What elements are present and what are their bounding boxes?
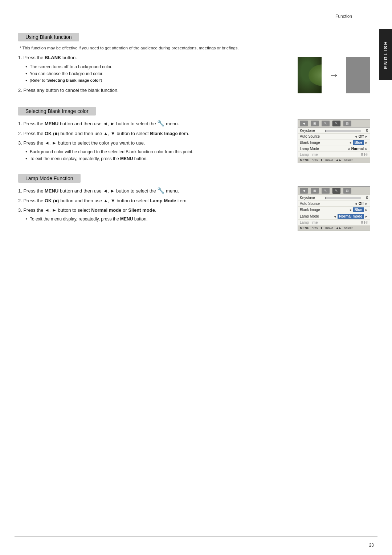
- blank-image-val: Blue: [353, 140, 364, 145]
- selecting-blank-content: 1. Press the MENU button and then use ◄,…: [18, 119, 370, 163]
- lamp-time-row: Lamp Time 0 Hr: [298, 152, 370, 158]
- english-label: ENGLISH: [383, 40, 388, 69]
- lamp-mode-section: Lamp Mode Function 1. Press the MENU but…: [18, 174, 370, 231]
- menu-move-icon: ⬍: [320, 158, 323, 162]
- lamp-time-val-2: 0 Hr: [361, 220, 368, 224]
- lamp-bullets: To exit the menu display, repeatedly, pr…: [25, 216, 290, 223]
- menu2-icon-4: ✎: [332, 188, 340, 194]
- menu-select-label-2: select: [344, 226, 353, 230]
- lamp-right-arrow-2: ►: [365, 215, 368, 218]
- blank-image-row: Blank Image ◄ Blue ►: [298, 139, 370, 146]
- lamp-step-3: 3. Press the ◄, ► button to select Norma…: [18, 207, 290, 214]
- keystone-val: 0: [361, 129, 368, 133]
- menu2-icon-5: ⊟: [343, 188, 351, 194]
- normal-mode-bold: Normal mode: [91, 207, 121, 213]
- auto-right-arrow-2: ►: [365, 202, 368, 206]
- blank-image-label-2: Blank Image: [300, 208, 348, 212]
- menu-key: MENU: [300, 158, 310, 162]
- auto-source-label-2: Auto Source: [300, 202, 354, 206]
- menu-footer-1: MENU prev ⬍ move ◄► select: [298, 158, 370, 163]
- blank-left-arrow: ◄: [348, 141, 352, 145]
- menu-key-2: MENU: [300, 226, 310, 230]
- menu-header-1: ◄ ⊞ ✎ ✎ ⊟: [298, 119, 370, 128]
- step-2: 2. Press any button to cancel the blank …: [18, 87, 290, 94]
- auto-right-arrow: ►: [365, 135, 368, 138]
- blank-image-bold: Blank Image: [150, 131, 178, 136]
- menu2-icon-2: ⊞: [311, 188, 319, 194]
- auto-left-arrow: ◄: [354, 135, 358, 138]
- using-blank-note: * This function may be effective if you …: [20, 45, 370, 51]
- menu-select-label: select: [344, 158, 353, 162]
- keystone-fill-2: [325, 197, 326, 199]
- lamp-time-label: Lamp Time: [300, 153, 330, 157]
- menu-header-2: ◄ ⊞ ✎ ✎ ⊟: [298, 187, 370, 195]
- lamp-time-row-2: Lamp Time 0 Hr: [298, 220, 370, 226]
- blank-bold: BLANK: [45, 55, 61, 60]
- menu-icon-5: ⊟: [343, 121, 351, 126]
- auto-source-row-2: Auto Source ◄ Off ►: [298, 201, 370, 207]
- lamp-mode-val: Normal: [351, 147, 364, 151]
- menu-select-icon: ◄►: [335, 158, 342, 162]
- english-tab: ENGLISH: [379, 29, 392, 80]
- menu2-icon-1: ◄: [300, 188, 308, 194]
- lamp-bullet-1: To exit the menu display, repeatedly, pr…: [25, 216, 290, 223]
- lamp-mode-val-2: Normal mode: [338, 214, 364, 219]
- using-blank-content: 1. Press the BLANK button. The screen tu…: [18, 54, 370, 96]
- blank-right-arrow-2: ►: [365, 208, 368, 212]
- photo-image: [298, 57, 322, 93]
- keystone-bar: [325, 130, 361, 132]
- lamp-time-val: 0 Hr: [361, 153, 368, 157]
- menu-mockup-2: ◄ ⊞ ✎ ✎ ⊟ Keystone 0: [298, 186, 370, 231]
- bottom-border: [15, 536, 377, 537]
- lamp-mode-row: Lamp Mode ◄ Normal ►: [298, 146, 370, 152]
- using-blank-section: Using Blank function * This function may…: [18, 33, 370, 96]
- lamp-mode-content: 1. Press the MENU button and then use ◄,…: [18, 186, 370, 231]
- auto-source-row: Auto Source ◄ Off ►: [298, 134, 370, 139]
- lamp-mode-label: Lamp Mode: [300, 147, 347, 151]
- lamp-mode-label-2: Lamp Mode: [300, 214, 333, 218]
- selecting-blank-title: Selecting Blank Image color: [18, 107, 96, 116]
- auto-source-val: Off: [359, 134, 364, 138]
- wrench-icon: 🔧: [157, 120, 164, 126]
- auto-source-val-2: Off: [359, 202, 364, 206]
- lamp-mode-row-2: Lamp Mode ◄ Normal mode ►: [298, 213, 370, 220]
- selecting-blank-section: Selecting Blank Image color 1. Press the…: [18, 107, 370, 163]
- lamp-time-label-2: Lamp Time: [300, 220, 330, 224]
- sel-bullet-1: Background color will be changed to the …: [25, 149, 290, 155]
- menu-footer-2: MENU prev ⬍ move ◄► select: [298, 226, 370, 231]
- menu-icon-1: ◄: [300, 121, 308, 126]
- menu-press: prev: [312, 158, 318, 162]
- blank-image: [346, 57, 370, 93]
- menu-press-2: prev: [312, 226, 318, 230]
- blank-right-arrow: ►: [365, 141, 368, 145]
- lamp-mode-bold: Lamp Mode: [150, 198, 176, 203]
- menu-bold-1: MENU: [45, 121, 58, 126]
- sel-bullet-2: To exit the menu display, repeatedly, pr…: [25, 155, 290, 162]
- keystone-row: Keystone 0: [298, 128, 370, 134]
- lamp-wrench-icon: 🔧: [157, 187, 164, 194]
- header-text: Function: [335, 14, 352, 19]
- menu-bold-exit: MENU: [120, 156, 133, 161]
- step-1: 1. Press the BLANK button.: [18, 54, 290, 61]
- selecting-blank-steps: 1. Press the MENU button and then use ◄,…: [18, 119, 290, 163]
- sel-step-2: 2. Press the OK (■) button and then use …: [18, 130, 290, 137]
- page-container: Function ENGLISH 23 Using Blank function…: [0, 0, 392, 555]
- bullet-1: The screen turns off to a background col…: [25, 64, 290, 70]
- auto-left-arrow-2: ◄: [354, 202, 358, 206]
- refer-text: Selecting blank image color: [47, 78, 100, 82]
- menu-mockup-2-container: ◄ ⊞ ✎ ✎ ⊟ Keystone 0: [298, 186, 370, 231]
- menu-icon-4: ✎: [332, 121, 340, 126]
- main-content: Using Blank function * This function may…: [18, 25, 370, 533]
- menu-mockup-1-container: ◄ ⊞ ✎ ✎ ⊟ Keystone 0: [298, 119, 370, 163]
- sel-step-1: 1. Press the MENU button and then use ◄,…: [18, 119, 290, 128]
- lamp-right-arrow: ►: [365, 147, 368, 151]
- auto-source-label: Auto Source: [300, 134, 354, 138]
- keystone-label-2: Keystone: [300, 196, 325, 200]
- menu-icon-3: ✎: [322, 121, 330, 126]
- blank-demo-images: →: [298, 54, 370, 96]
- menu2-icon-3: ✎: [322, 188, 330, 194]
- ok-bold: OK: [45, 131, 52, 136]
- top-border: [15, 22, 377, 22]
- lamp-mode-title: Lamp Mode Function: [18, 174, 81, 183]
- demo-row: →: [298, 57, 370, 93]
